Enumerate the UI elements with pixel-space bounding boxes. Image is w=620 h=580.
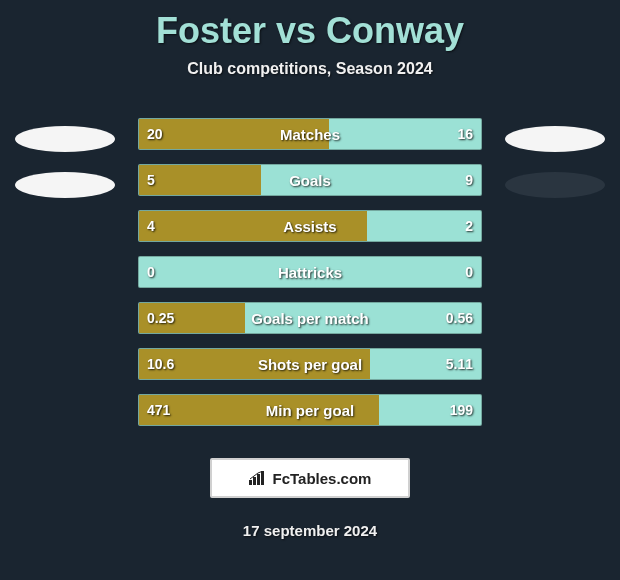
stat-row-shots-per-goal: 10.6 Shots per goal 5.11	[138, 348, 482, 380]
chart-icon	[249, 471, 267, 485]
stat-label: Goals per match	[251, 310, 369, 327]
page-subtitle: Club competitions, Season 2024	[0, 60, 620, 78]
right-player-col	[500, 118, 610, 218]
stat-label: Shots per goal	[258, 356, 362, 373]
stat-row-min-per-goal: 471 Min per goal 199	[138, 394, 482, 426]
left-player-flag-placeholder	[15, 172, 115, 198]
branding-text: FcTables.com	[273, 470, 372, 487]
svg-rect-2	[257, 474, 260, 485]
stat-right-value: 9	[465, 172, 473, 188]
stat-right-value: 2	[465, 218, 473, 234]
stat-row-matches: 20 Matches 16	[138, 118, 482, 150]
stat-fill-left	[139, 165, 261, 195]
svg-rect-0	[249, 480, 252, 485]
stat-left-value: 471	[147, 402, 170, 418]
stat-left-value: 20	[147, 126, 163, 142]
stat-row-goals-per-match: 0.25 Goals per match 0.56	[138, 302, 482, 334]
stat-row-hattricks: 0 Hattricks 0	[138, 256, 482, 288]
stat-left-value: 10.6	[147, 356, 174, 372]
stat-right-value: 5.11	[446, 356, 473, 372]
stat-right-value: 0	[465, 264, 473, 280]
stat-left-value: 0.25	[147, 310, 174, 326]
stat-bars: 20 Matches 16 5 Goals 9 4 Assists 2 0 Ha…	[138, 118, 482, 426]
stat-label: Matches	[280, 126, 340, 143]
stat-right-value: 0.56	[446, 310, 473, 326]
stat-right-value: 16	[457, 126, 473, 142]
svg-rect-1	[253, 477, 256, 485]
svg-rect-3	[261, 471, 264, 485]
footer-date: 17 september 2024	[0, 522, 620, 539]
stat-left-value: 0	[147, 264, 155, 280]
stat-label: Hattricks	[278, 264, 342, 281]
left-player-logo-placeholder	[15, 126, 115, 152]
stat-row-assists: 4 Assists 2	[138, 210, 482, 242]
stat-row-goals: 5 Goals 9	[138, 164, 482, 196]
stat-left-value: 4	[147, 218, 155, 234]
right-player-flag-placeholder	[505, 172, 605, 198]
stat-right-value: 199	[450, 402, 473, 418]
stat-label: Min per goal	[266, 402, 354, 419]
stat-left-value: 5	[147, 172, 155, 188]
left-player-col	[10, 118, 120, 218]
stat-label: Goals	[289, 172, 331, 189]
stat-label: Assists	[283, 218, 336, 235]
page-title: Foster vs Conway	[0, 10, 620, 52]
comparison-card: Foster vs Conway Club competitions, Seas…	[0, 0, 620, 580]
branding-badge: FcTables.com	[210, 458, 410, 498]
right-player-logo-placeholder	[505, 126, 605, 152]
stats-area: 20 Matches 16 5 Goals 9 4 Assists 2 0 Ha…	[0, 118, 620, 426]
